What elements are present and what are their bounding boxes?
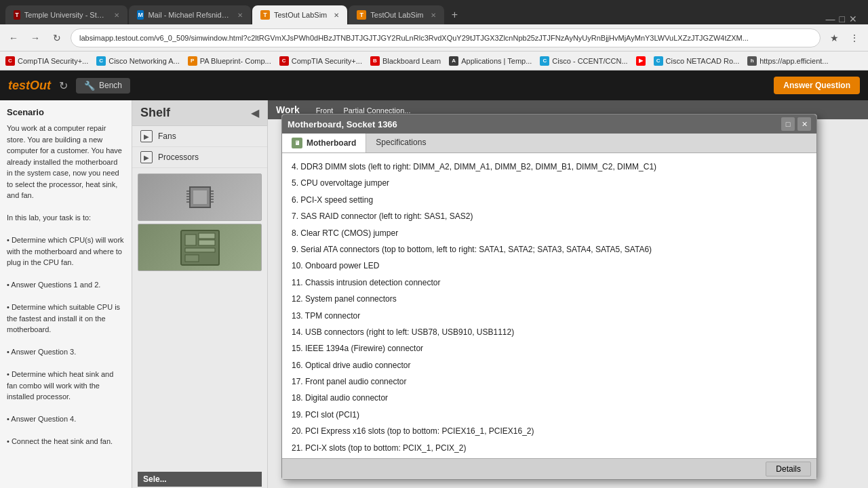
svg-rect-17 [185, 255, 199, 262]
scenario-text: You work at a computer repair store. You… [7, 123, 125, 447]
bookmark-label-https: https://app.efficient... [760, 57, 828, 65]
tab-temple[interactable]: T Temple University - Stale Request... ✕ [5, 5, 127, 24]
tab-favicon-testout1: T [260, 10, 270, 20]
scenario-task-answer4: • Answer Question 4. [7, 413, 125, 425]
shelf-cpu-image-1[interactable] [138, 174, 262, 221]
bookmark-icon-cisco3: C [654, 56, 663, 66]
modal-tabs: 🖥 Motherboard Specifications [282, 134, 816, 153]
bench-button[interactable]: 🔧 Bench [76, 78, 130, 94]
bookmark-cisco3[interactable]: C Cisco NETACAD Ro... [654, 56, 740, 66]
bookmark-label-cisco: Cisco Networking A... [108, 57, 180, 65]
shelf-arrow-button[interactable]: ◀ [251, 106, 259, 119]
shelf-header: Shelf ◀ [132, 100, 267, 126]
spec-item: 16. Optical drive audio connector [292, 359, 807, 372]
bookmark-icon-comptia2: C [279, 56, 289, 66]
tab-label-temple: Temple University - Stale Request... [24, 11, 107, 19]
bookmark-cisco2[interactable]: C Cisco - CCENT/CCN... [540, 56, 627, 66]
bookmark-label-pa: PA Blueprint- Comp... [200, 57, 271, 65]
spec-item: 12. System panel connectors [292, 292, 807, 306]
forward-button[interactable]: → [27, 30, 43, 46]
scenario-task-answer3: • Answer Question 3. [7, 346, 125, 358]
tab-favicon-temple: T [14, 10, 20, 20]
scenario-task-connect: • Connect the heat sink and fan. [7, 436, 125, 447]
details-button[interactable]: Details [766, 462, 811, 476]
spec-item: 13. TPM connector [292, 309, 807, 323]
svg-rect-14 [199, 233, 215, 239]
close-icon[interactable]: ✕ [114, 12, 119, 19]
bookmark-icon-cisco: C [96, 56, 106, 66]
workbench-area: Work Front Partial Connection... Motherb… [268, 100, 868, 488]
url-bar[interactable]: labsimapp.testout.com/v6_0_509/simwindow… [71, 28, 821, 47]
modal-tab-specifications[interactable]: Specifications [366, 134, 435, 152]
shelf-motherboard-image[interactable] [138, 224, 262, 271]
svg-rect-16 [185, 248, 215, 252]
bookmark-pa[interactable]: P PA Blueprint- Comp... [188, 56, 271, 66]
bookmark-https[interactable]: h https://app.efficient... [747, 56, 828, 66]
bookmark-comptia2[interactable]: C CompTIA Security+... [279, 56, 362, 66]
modal-close-button[interactable]: ✕ [797, 117, 811, 131]
modal-body: 4. DDR3 DIMM slots (left to right: DIMM_… [282, 153, 816, 458]
spec-item: 8. Clear RTC (CMOS) jumper [292, 226, 807, 240]
modal-title-bar: Motherboard, Socket 1366 □ ✕ [282, 115, 816, 134]
close-icon[interactable]: ✕ [237, 12, 243, 19]
close-icon[interactable]: ✕ [431, 12, 436, 19]
bookmark-label-comptia: CompTIA Security+... [18, 57, 88, 65]
tab-testout2[interactable]: T TestOut LabSim ✕ [349, 5, 443, 24]
scenario-text-p1: You work at a computer repair store. You… [7, 123, 125, 201]
bookmark-label-comptia2: CompTIA Security+... [292, 57, 362, 65]
close-icon[interactable]: ✕ [334, 12, 339, 19]
bookmark-app[interactable]: A Applications | Temp... [449, 56, 532, 66]
bookmark-icon-app: A [449, 56, 458, 66]
testout-logo: testOut [8, 79, 51, 93]
reload-button[interactable]: ↻ [49, 30, 65, 46]
spec-item: 7. SAS RAID connector (left to right: SA… [292, 209, 807, 223]
bookmarks-bar: C CompTIA Security+... C Cisco Networkin… [0, 52, 868, 70]
svg-rect-15 [199, 240, 215, 245]
new-tab-button[interactable]: + [446, 5, 465, 24]
back-button[interactable]: ← [5, 30, 22, 46]
bookmark-bb[interactable]: B Blackboard Learn [370, 56, 441, 66]
shelf-item-fans[interactable]: ▶ Fans [132, 126, 267, 147]
tab-testout1[interactable]: T TestOut LabSim ✕ [252, 5, 347, 24]
close-window-button[interactable]: ✕ [849, 14, 857, 24]
bookmark-icon-comptia: C [5, 56, 15, 66]
bookmark-comptia[interactable]: C CompTIA Security+... [5, 56, 88, 66]
shelf-title: Shelf [140, 106, 251, 120]
cpu-icon [183, 180, 217, 214]
bookmark-label-app: Applications | Temp... [461, 57, 532, 65]
bench-label: Bench [99, 81, 122, 90]
bookmark-cisco[interactable]: C Cisco Networking A... [96, 56, 180, 66]
shelf-select-label: Sele... [132, 469, 267, 488]
bookmark-label-cisco3: Cisco NETACAD Ro... [666, 57, 740, 65]
shelf-item-processors[interactable]: ▶ Processors [132, 147, 267, 168]
processors-expand-icon: ▶ [140, 151, 153, 163]
modal-restore-button[interactable]: □ [781, 117, 795, 131]
modal-tab-motherboard[interactable]: 🖥 Motherboard [282, 134, 366, 152]
app-container: testOut ↻ 🔧 Bench Answer Question Scenar… [0, 70, 868, 488]
spec-item: 15. IEEE 1394a (Firewire) connector [292, 342, 807, 355]
main-content: Scenario You work at a computer repair s… [0, 100, 868, 488]
spec-item: 18. Digital audio connector [292, 391, 807, 405]
spec-item: 17. Front panel audio connector [292, 375, 807, 388]
bookmark-yt[interactable]: ▶ [636, 56, 646, 66]
nav-bar: ← → ↻ labsimapp.testout.com/v6_0_509/sim… [0, 24, 868, 52]
shelf-panel: Shelf ◀ ▶ Fans ▶ Processors [132, 100, 268, 488]
refresh-button[interactable]: ↻ [59, 79, 68, 92]
motherboard-tab-icon: 🖥 [292, 138, 302, 148]
svg-rect-1 [193, 190, 207, 204]
bookmark-icon[interactable]: ★ [826, 30, 842, 46]
nav-icons: ★ ⋮ [826, 30, 863, 46]
settings-icon[interactable]: ⋮ [846, 30, 863, 46]
tab-mail[interactable]: M Mail - Michael Refsnider - Outlo... ✕ [129, 5, 251, 24]
scenario-text-p3: • Determine which CPU(s) will work with … [7, 235, 125, 268]
browser-chrome: T Temple University - Stale Request... ✕… [0, 0, 868, 70]
bookmark-icon-bb: B [370, 56, 380, 66]
bookmark-label-cisco2: Cisco - CCENT/CCN... [552, 57, 627, 65]
maximize-button[interactable]: □ [840, 14, 845, 24]
modal-overlay: Motherboard, Socket 1366 □ ✕ 🖥 Motherboa… [281, 114, 868, 488]
tab-bar: T Temple University - Stale Request... ✕… [0, 0, 868, 24]
tab-label-testout1: TestOut LabSim [274, 11, 327, 19]
motherboard-modal: Motherboard, Socket 1366 □ ✕ 🖥 Motherboa… [281, 114, 817, 480]
answer-question-button[interactable]: Answer Question [774, 77, 860, 94]
minimize-button[interactable]: — [826, 14, 835, 24]
